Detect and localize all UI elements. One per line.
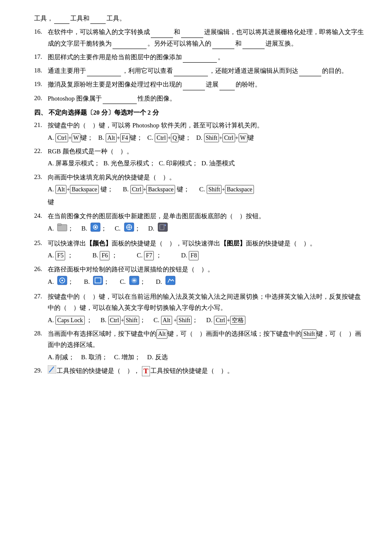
q26-icon-c bbox=[129, 276, 139, 289]
q22-options: A. 屏幕显示模式； B. 光色显示模式； C. 印刷模式； D. 油墨模式 bbox=[48, 158, 366, 169]
q25: 25. 可以快速弹出【颜色】面板的快捷键是（ ），可以快速弹出【图层】面板的快捷… bbox=[34, 238, 366, 261]
q18: 18. 通道主要用于，利用它可以查看，还能对通道进展编辑从而到达的目的。 bbox=[34, 65, 366, 76]
svg-point-14 bbox=[61, 280, 63, 281]
q19-num: 19. bbox=[34, 79, 48, 90]
q24-icon-b bbox=[90, 222, 101, 235]
q17: 17. 图层样式的主要作用是给当前图层中的图像添加。 bbox=[34, 52, 366, 63]
q28-options: A. 削减； B. 取消； C. 增加； D. 反选 bbox=[48, 352, 366, 363]
q28: 28. 当画面中有选择区域时，按下键盘中的Alt键，可（ ）画面中的选择区域；按… bbox=[34, 328, 366, 363]
q29-text: 工具按钮的快捷键是（ ）， T工具按钮的快捷键是（ ）。 bbox=[48, 365, 366, 378]
q16: 16. 在软件中，可以将输入的文字转换成和进展编辑，也可以将其进展栅格化处理，即… bbox=[34, 26, 366, 49]
q26-num: 26. bbox=[34, 264, 48, 275]
q22: 22. RGB 颜色模式是一种（ ）。 A. 屏幕显示模式； B. 光色显示模式… bbox=[34, 146, 366, 169]
q23-options: A. Alt+Backspace 键； B. Ctrl+Backspace 键；… bbox=[48, 184, 366, 195]
q21-options: A. Ctrl+W键； B. Alt+F4键； C. Ctrl+Q键； D. S… bbox=[48, 132, 366, 144]
q26-icon-d bbox=[165, 276, 176, 289]
q24-text: 在当前图像文件的图层面板中新建图层，是单击图层面板底部的（ ）按钮。 bbox=[48, 211, 366, 222]
q18-num: 18. bbox=[34, 65, 48, 76]
q25-text: 可以快速弹出【颜色】面板的快捷键是（ ），可以快速弹出【图层】面板的快捷键是（ … bbox=[48, 238, 366, 249]
q16-continuation: 工具，工具和工具。 bbox=[34, 13, 366, 24]
q26-options: A. ； B. ； C. bbox=[48, 276, 366, 289]
q26-text: 在路径面板中对绘制的路径可以进展描绘的按钮是（ ）。 bbox=[48, 264, 366, 275]
q24-icon-a bbox=[57, 222, 67, 235]
svg-rect-9 bbox=[158, 223, 167, 231]
q24-options: A. ； B. ； C bbox=[48, 222, 366, 235]
q26: 26. 在路径面板中对绘制的路径可以进展描绘的按钮是（ ）。 A. ； B. bbox=[34, 264, 366, 289]
q20-text: Photoshop 图像属于性质的图像。 bbox=[48, 93, 366, 104]
q27-text: 按键盘中的（ ）键，可以在当前运用的输入法及英文输入法之间进展切换；中选择英文输… bbox=[48, 291, 366, 314]
q27-options: A. Caps Lock ； B. Ctrl+Shift； C. Alt +Sh… bbox=[48, 315, 366, 326]
page-container: 工具，工具和工具。 16. 在软件中，可以将输入的文字转换成和进展编辑，也可以将… bbox=[34, 13, 366, 377]
q25-options: A. F5 ； B. F6 ； C. F7 ； D. F8 bbox=[48, 250, 366, 261]
q29-num: 29. bbox=[34, 365, 48, 376]
q28-num: 28. bbox=[34, 328, 48, 339]
q21-num: 21. bbox=[34, 120, 48, 131]
pencil-tool-icon bbox=[48, 365, 56, 377]
q23-text: 向画面中快速填充前风光的快捷键是（ ）。 bbox=[48, 172, 366, 183]
q27-num: 27. bbox=[34, 291, 48, 302]
svg-rect-1 bbox=[58, 224, 61, 225]
q24-icon-d bbox=[158, 222, 168, 235]
q22-text: RGB 颜色模式是一种（ ）。 bbox=[48, 146, 366, 157]
q20: 20. Photoshop 图像属于性质的图像。 bbox=[34, 93, 366, 104]
q24: 24. 在当前图像文件的图层面板中新建图层，是单击图层面板底部的（ ）按钮。 A… bbox=[34, 211, 366, 236]
q19: 19. 撤消及复原吩咐主要是对图像处理过程中出现的进展的吩咐。 bbox=[34, 79, 366, 90]
q17-text: 图层样式的主要作用是给当前图层中的图像添加。 bbox=[48, 52, 366, 63]
section4-title: 四、 不定向选择题〔20 分〕每选对一个 2 分 bbox=[34, 107, 366, 118]
q26-icon-a bbox=[57, 276, 67, 289]
q24-icon-c bbox=[124, 222, 134, 235]
q29: 29. 工具按钮的快捷键是（ ）， T工具按钮的快捷键是（ ）。 bbox=[34, 365, 366, 378]
q16-text: 在软件中，可以将输入的文字转换成和进展编辑，也可以将其进展栅格化处理，即将输入文… bbox=[48, 26, 366, 49]
q17-num: 17. bbox=[34, 52, 48, 63]
q18-text: 通道主要用于，利用它可以查看，还能对通道进展编辑从而到达的目的。 bbox=[48, 65, 366, 76]
q23-options-cont: 键 bbox=[48, 196, 366, 208]
q19-text: 撤消及复原吩咐主要是对图像处理过程中出现的进展的吩咐。 bbox=[48, 79, 366, 90]
T-tool-icon: T bbox=[142, 366, 150, 376]
q23: 23. 向画面中快速填充前风光的快捷键是（ ）。 A. Alt+Backspac… bbox=[34, 172, 366, 208]
q23-num: 23. bbox=[34, 172, 48, 183]
q27: 27. 按键盘中的（ ）键，可以在当前运用的输入法及英文输入法之间进展切换；中选… bbox=[34, 291, 366, 326]
q20-num: 20. bbox=[34, 93, 48, 104]
q22-num: 22. bbox=[34, 146, 48, 157]
svg-point-4 bbox=[95, 226, 97, 228]
q28-text: 当画面中有选择区域时，按下键盘中的Alt键，可（ ）画面中的选择区域；按下键盘中… bbox=[48, 328, 366, 351]
q24-num: 24. bbox=[34, 211, 48, 222]
q26-icon-b bbox=[93, 276, 103, 289]
q25-num: 25. bbox=[34, 238, 48, 249]
q21-text: 按键盘中的（ ）键，可以将 Photoshop 软件关闭，甚至可以将计算机关闭。 bbox=[48, 120, 366, 131]
q16-num: 16. bbox=[34, 26, 48, 38]
q21: 21. 按键盘中的（ ）键，可以将 Photoshop 软件关闭，甚至可以将计算… bbox=[34, 120, 366, 143]
